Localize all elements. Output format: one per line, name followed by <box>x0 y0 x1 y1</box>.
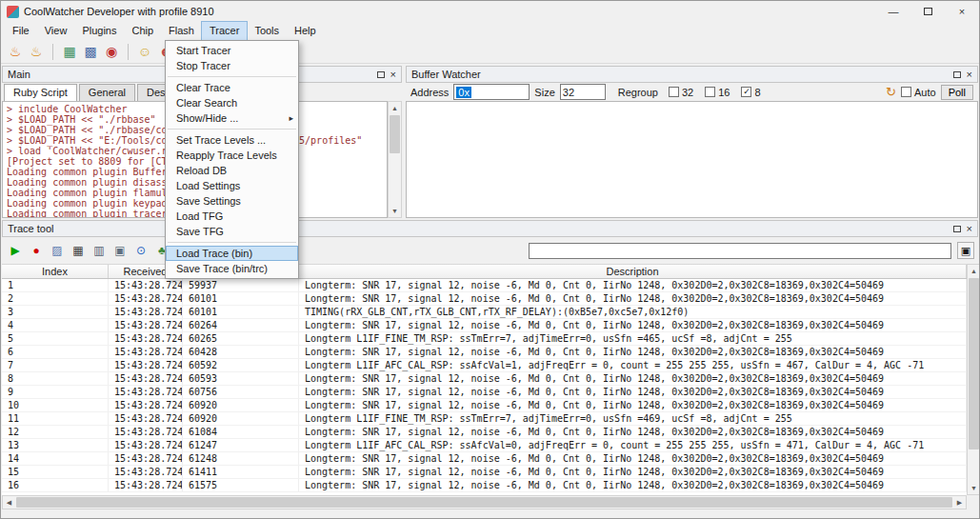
tracer-dropdown-menu: Start TracerStop TracerClear TraceClear … <box>165 40 299 279</box>
record-trace-icon[interactable]: ● <box>27 241 46 260</box>
buffer-watcher-float-button[interactable] <box>953 71 961 78</box>
title-bar: CoolWatcher Developer with profile 8910 … <box>1 1 979 22</box>
maximize-icon <box>924 8 932 15</box>
trace-table-icon[interactable]: ▦ <box>69 241 88 260</box>
menu-item-tracer[interactable]: Tracer <box>202 22 247 40</box>
tracer-menu-item-clear-trace[interactable]: Clear Trace <box>166 80 298 95</box>
trace-cell-description: Longterm: SNR 17, signal 12, noise -6, M… <box>299 292 967 305</box>
trace-table-vscroll-thumb[interactable] <box>969 278 979 449</box>
scroll-up-icon[interactable]: ▲ <box>968 265 980 277</box>
trace-tool-float-button[interactable] <box>953 226 961 232</box>
start-trace-icon[interactable]: ▶ <box>6 241 25 260</box>
trace-row[interactable]: 915:43:28.72460756Longterm: SNR 17, sign… <box>2 386 967 399</box>
disconnect-icon[interactable]: ♨ <box>27 42 46 61</box>
menu-item-plugins[interactable]: Plugins <box>74 22 124 40</box>
address-input[interactable]: 0x <box>453 84 530 100</box>
tracer-menu-item-stop-tracer[interactable]: Stop Tracer <box>166 58 298 73</box>
registers-icon[interactable]: ▦ <box>60 42 79 61</box>
tracer-menu-item-set-trace-levels[interactable]: Set Trace Levels ... <box>166 132 298 148</box>
tab-ruby-script[interactable]: Ruby Script <box>4 84 77 102</box>
tab-general[interactable]: General <box>79 84 135 101</box>
close-button[interactable]: × <box>945 1 979 22</box>
tracer-menu-item-start-tracer[interactable]: Start Tracer <box>166 43 298 58</box>
trace-cell-index: 5 <box>2 332 109 345</box>
scroll-right-icon[interactable]: ▶ <box>953 496 966 509</box>
trace-columns-icon[interactable]: ▥ <box>90 241 109 260</box>
refresh-icon[interactable]: ↻ <box>886 85 896 99</box>
trace-table-hscroll-thumb[interactable] <box>16 497 952 508</box>
trace-row[interactable]: 1315:43:28.72461247Longterm L1IF_AFC_CAL… <box>2 439 967 452</box>
trace-table-hscrollbar[interactable]: ◀ ▶ <box>2 495 967 509</box>
trace-expand-button[interactable]: ▣ <box>957 242 974 259</box>
tracer-menu-item-load-settings[interactable]: Load Settings <box>166 178 298 193</box>
tracer-menu-item-save-settings[interactable]: Save Settings <box>166 193 298 209</box>
console-scrollbar[interactable]: ▲ ▼ <box>388 101 402 218</box>
trace-row[interactable]: 1015:43:28.72460920Longterm: SNR 17, sig… <box>2 399 967 412</box>
menu-item-help[interactable]: Help <box>287 22 324 40</box>
tracer-menu-item-save-tfg[interactable]: Save TFG <box>166 224 298 239</box>
buffer-watcher-dock-buttons: × <box>953 70 972 79</box>
trace-row[interactable]: 715:43:28.72460592Longterm L1IF_AFC_CAL_… <box>2 359 967 372</box>
detach-view-icon[interactable]: ▣ <box>110 241 130 260</box>
trace-cell-frame: 60265 <box>183 332 299 345</box>
trace-row[interactable]: 1215:43:28.72461084Longterm: SNR 17, sig… <box>2 426 967 439</box>
regroup-checkbox-8[interactable]: ✓8 <box>741 87 760 98</box>
main-panel-close-button[interactable]: × <box>390 70 396 79</box>
trace-row[interactable]: 1115:43:28.72460920Longterm L1IF_FINE_TM… <box>2 412 967 426</box>
trace-cell-frame: 59937 <box>183 279 299 291</box>
trace-row[interactable]: 1515:43:28.72461411Longterm: SNR 17, sig… <box>2 466 967 479</box>
trace-cell-received: 15:43:28.724 <box>109 452 183 465</box>
scroll-up-icon[interactable]: ▲ <box>389 102 401 114</box>
tracer-menu-item-show-hide[interactable]: Show/Hide ...▸ <box>166 110 298 126</box>
main-panel-float-button[interactable] <box>377 71 385 78</box>
debug-icon[interactable]: ◉ <box>102 42 121 61</box>
tracer-menu-item-reload-db[interactable]: Reload DB <box>166 163 298 178</box>
address-label: Address <box>410 87 449 98</box>
trace-row[interactable]: 1615:43:28.72461575Longterm: SNR 17, sig… <box>2 479 967 492</box>
trace-tool-close-button[interactable]: × <box>967 224 972 233</box>
scroll-left-icon[interactable]: ◀ <box>3 496 15 509</box>
auto-checkbox[interactable]: Auto <box>901 87 936 98</box>
trace-row[interactable]: 515:43:28.72460265Longterm L1IF_FINE_TM_… <box>2 332 967 346</box>
trace-row[interactable]: 115:43:28.72459937Longterm: SNR 17, sign… <box>2 279 967 292</box>
plugin-a-icon[interactable]: ☺ <box>135 42 154 61</box>
trace-row[interactable]: 615:43:28.72460428Longterm: SNR 17, sign… <box>2 346 967 359</box>
buffer-watcher-content[interactable] <box>406 101 978 218</box>
tracer-menu-item-save-trace-bin-trc[interactable]: Save Trace (bin/trc) <box>166 261 298 276</box>
trace-row[interactable]: 315:43:28.72460101TIMING(rRX_GLB_CNT,rTX… <box>2 306 967 319</box>
scroll-down-icon[interactable]: ▼ <box>968 482 980 494</box>
trace-cell-description: Longterm: SNR 17, signal 12, noise -6, M… <box>299 319 967 331</box>
column-header-description[interactable]: Description <box>299 265 967 278</box>
menu-item-chip[interactable]: Chip <box>124 22 161 40</box>
trace-row[interactable]: 415:43:28.72460264Longterm: SNR 17, sign… <box>2 319 967 332</box>
menu-item-tools[interactable]: Tools <box>247 22 287 40</box>
poll-button[interactable]: Poll <box>941 85 973 100</box>
timestamp-icon[interactable]: ⊙ <box>131 241 150 260</box>
maximize-button[interactable] <box>910 1 945 22</box>
minimize-button[interactable]: — <box>876 1 910 22</box>
trace-levels-icon[interactable]: ▨ <box>48 241 67 260</box>
buffer-watcher-close-button[interactable]: × <box>967 70 972 79</box>
trace-row[interactable]: 815:43:28.72460593Longterm: SNR 17, sign… <box>2 372 967 386</box>
menu-item-flash[interactable]: Flash <box>161 22 202 40</box>
trace-row[interactable]: 1415:43:28.72461248Longterm: SNR 17, sig… <box>2 452 967 466</box>
menu-item-file[interactable]: File <box>5 22 37 40</box>
trace-row[interactable]: 215:43:28.72460101Longterm: SNR 17, sign… <box>2 292 967 306</box>
trace-table-vscrollbar[interactable]: ▲ ▼ <box>967 264 980 495</box>
tracer-menu-item-reapply-trace-levels[interactable]: Reapply Trace Levels <box>166 148 298 163</box>
trace-cell-index: 12 <box>2 426 109 438</box>
tracer-menu-item-load-trace-bin[interactable]: Load Trace (bin) <box>166 246 298 261</box>
column-header-index[interactable]: Index <box>2 265 109 278</box>
console-scroll-thumb[interactable] <box>390 115 400 153</box>
memory-icon[interactable]: ▩ <box>81 42 100 61</box>
tracer-menu-item-clear-search[interactable]: Clear Search <box>166 95 298 110</box>
tracer-menu-item-load-tfg[interactable]: Load TFG <box>166 209 298 224</box>
regroup-checkbox-16[interactable]: 16 <box>705 87 730 98</box>
scroll-down-icon[interactable]: ▼ <box>389 205 401 217</box>
size-input[interactable]: 32 <box>560 84 606 100</box>
checkbox-box <box>705 87 715 97</box>
menu-item-view[interactable]: View <box>37 22 75 40</box>
trace-search-input[interactable] <box>529 243 951 259</box>
connect-icon[interactable]: ♨ <box>6 42 25 61</box>
regroup-checkbox-32[interactable]: 32 <box>669 87 693 98</box>
